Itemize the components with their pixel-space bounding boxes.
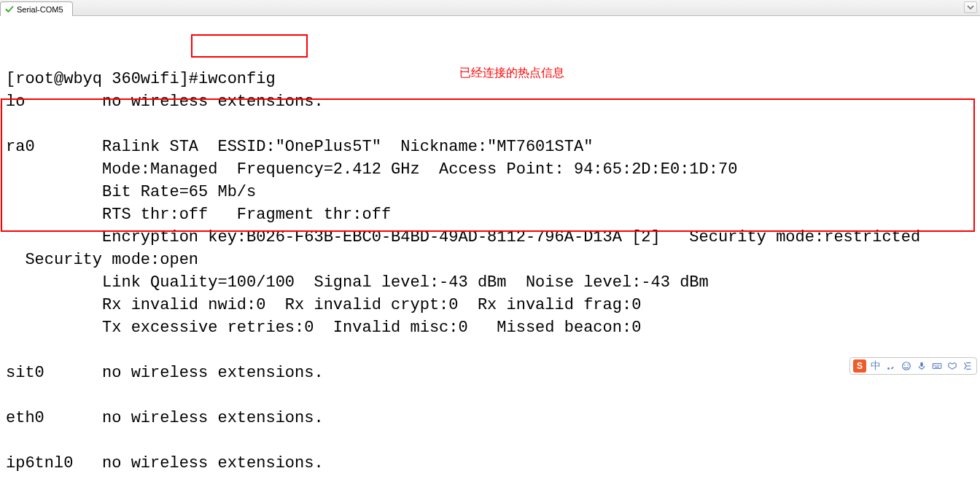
iface-ra0-line6: Security mode:open: [6, 251, 198, 269]
iface-eth0-line: eth0 no wireless extensions.: [6, 409, 324, 427]
svg-rect-9: [938, 365, 939, 365]
svg-rect-8: [937, 365, 938, 365]
tab-title: Serial-COM5: [17, 5, 63, 14]
svg-rect-10: [935, 367, 939, 367]
prompt-line: [root@wbyq 360wifi]#iwconfig: [6, 70, 276, 88]
svg-rect-7: [936, 365, 936, 365]
ime-punctuation-icon[interactable]: [885, 360, 897, 372]
tab-serial-com5[interactable]: Serial-COM5: [0, 1, 73, 16]
svg-point-3: [907, 365, 909, 366]
ime-skin-icon[interactable]: [946, 360, 958, 372]
ime-keyboard-icon[interactable]: [931, 360, 943, 372]
iface-ra0-line8: Rx invalid nwid:0 Rx invalid crypt:0 Rx …: [6, 296, 641, 314]
ime-emoji-icon[interactable]: [901, 360, 912, 372]
sogou-logo-icon[interactable]: S: [853, 359, 866, 373]
iface-ra0-line7: Link Quality=100/100 Signal level:-43 dB…: [6, 273, 709, 292]
ime-voice-icon[interactable]: [916, 360, 928, 372]
svg-rect-6: [934, 365, 935, 365]
iface-ra0-line3: Bit Rate=65 Mb/s: [6, 183, 256, 201]
terminal-output[interactable]: [root@wbyq 360wifi]#iwconfig lo no wirel…: [0, 16, 980, 479]
iface-sit0-line: sit0 no wireless extensions.: [6, 364, 324, 382]
tab-bar: Serial-COM5: [0, 0, 980, 16]
iface-ra0-line9: Tx excessive retries:0 Invalid misc:0 Mi…: [6, 319, 641, 337]
svg-rect-5: [933, 364, 941, 369]
check-icon: [5, 5, 14, 14]
iface-lo-line: lo no wireless extensions.: [6, 93, 324, 111]
iface-ra0-line4: RTS thr:off Fragment thr:off: [6, 206, 391, 224]
ime-language-toggle[interactable]: 中: [870, 360, 882, 372]
svg-point-2: [904, 365, 906, 366]
svg-point-0: [887, 367, 890, 370]
iface-ra0-line5: Encryption key:B026-F63B-EBC0-B4BD-49AD-…: [6, 228, 920, 246]
iface-ra0-line1: ra0 Ralink STA ESSID:"OnePlus5T" Nicknam…: [6, 138, 593, 156]
annotation-text: 已经连接的热点信息: [459, 66, 564, 81]
shell-prompt: [root@wbyq 360wifi]#: [6, 70, 198, 88]
terminal-text: [root@wbyq 360wifi]#iwconfig lo no wirel…: [6, 68, 974, 479]
ime-toolbar[interactable]: S 中: [849, 357, 977, 375]
svg-point-1: [903, 362, 911, 370]
typed-command: iwconfig: [198, 70, 276, 88]
svg-rect-4: [920, 362, 923, 367]
ime-settings-icon[interactable]: [962, 360, 973, 372]
iface-ip6tnl0-line: ip6tnl0 no wireless extensions.: [6, 454, 324, 472]
window-dropdown-button[interactable]: [964, 1, 977, 13]
iface-ra0-line2: Mode:Managed Frequency=2.412 GHz Access …: [6, 160, 737, 179]
